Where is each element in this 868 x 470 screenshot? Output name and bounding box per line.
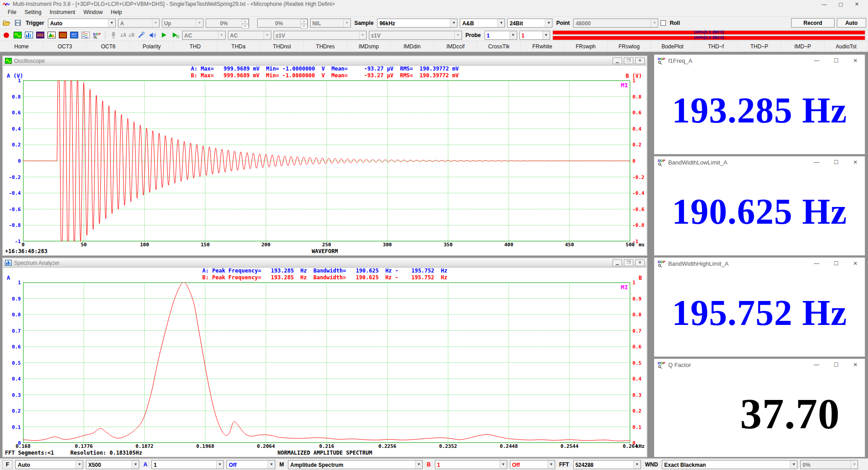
open-file-icon[interactable] [2,19,11,27]
fft-size-select[interactable]: 524288▼ [573,460,641,469]
b-ref-select[interactable]: Off▼ [510,460,555,469]
ddp-titlebar[interactable]: DDP Q Factor — ☐ ✕ [654,359,865,371]
restore-button[interactable]: ❐ [624,57,633,64]
x-tick: 0.216 [319,443,334,449]
maximize-button[interactable]: ☐ [834,260,839,267]
x-tick: 0.2448 [500,443,518,449]
run-loop-button[interactable] [171,31,180,39]
tab-oct6[interactable]: OCT6 [87,41,130,52]
minimize-button[interactable]: ▁ [613,57,622,64]
tab-imdsmp[interactable]: IMDsmp [347,41,391,52]
tab-oct3[interactable]: OCT3 [43,41,87,52]
minimize-button[interactable]: — [814,159,819,165]
maximize-button[interactable]: ☐ [834,57,839,64]
close-button[interactable]: ✕ [853,159,858,165]
analysis-settings-bar: F Auto▼ X500▼ A 1▼ Off▼ M Amplitude Spec… [0,458,868,470]
tab-frswph[interactable]: FRswph [564,41,608,52]
minimize-button[interactable]: ▁ [613,259,622,266]
zoom-select[interactable]: X500▼ [86,460,139,469]
a-gain-select[interactable]: 1▼ [151,460,224,469]
minimize-button[interactable]: — [814,260,819,267]
speaker-icon[interactable] [148,31,157,39]
panel-setting-tabs: HomeOCT3OCT6PolarityTHDTHDaTHDnslTHDresI… [0,41,868,52]
b-gain-select[interactable]: 1▼ [435,460,507,469]
close-button[interactable]: ✕ [635,259,645,266]
ddp-viewer-button[interactable]: DDP [92,31,101,39]
minimize-button[interactable]: — [814,57,819,64]
analysis-mode-select[interactable]: Amplitude Spectrum▼ [288,460,423,469]
sampling-rate-select[interactable]: 96kHz▼ [377,19,458,28]
roll-checkbox[interactable] [660,20,666,26]
probe-b-select[interactable]: 1▼ [519,31,550,40]
a-ref-select[interactable]: Off▼ [226,460,275,469]
data-logger-button[interactable] [58,31,67,39]
probe-a-select[interactable]: 1▼ [485,31,517,40]
tab-home[interactable]: Home [0,41,43,52]
sampling-bits-select[interactable]: 24Bit▼ [507,19,552,28]
close-button[interactable]: ✕ [853,260,858,267]
menu-help[interactable]: Help [107,9,126,16]
oscilloscope-titlebar[interactable]: Oscilloscope ▁ ❐ ✕ [3,56,646,66]
oscilloscope-button[interactable] [13,31,22,39]
tab-thda[interactable]: THDa [217,41,260,52]
tab-frwhite[interactable]: FRwhite [521,41,564,52]
window-close-button[interactable]: ✕ [855,1,859,7]
record-dot-icon[interactable] [2,31,11,39]
device-test-plan-button[interactable]: DUT [70,31,79,39]
waveform-canvas[interactable]: MI [23,80,630,241]
ddp-titlebar[interactable]: DDP BandWidthLowLimit_A — ☐ ✕ [654,156,865,168]
auto-button[interactable]: Auto [837,18,866,28]
close-button[interactable]: ✕ [853,362,858,368]
trigger-marker-b-icon[interactable]: ⊥B [128,32,134,38]
window-minimize-button[interactable]: — [821,1,826,7]
spectrum-analyzer-button[interactable] [24,31,33,39]
microphone-icon[interactable] [109,31,118,39]
sweep-mode-select[interactable]: Auto▼ [15,460,83,469]
tab-crosstlk[interactable]: CrossTlk [477,41,521,52]
multimeter-button[interactable]: 888 [36,31,45,39]
maximize-button[interactable]: ☐ [834,159,839,165]
tab-frswlog[interactable]: FRswlog [608,41,651,52]
tab-imddin[interactable]: IMDdin [391,41,434,52]
close-button[interactable]: ✕ [635,57,645,64]
probe-calibration-icon[interactable] [137,31,146,39]
menu-setting[interactable]: Setting [20,9,45,16]
restore-button[interactable]: ❐ [624,259,633,266]
maximize-button[interactable]: ☐ [834,362,839,368]
close-button[interactable]: ✕ [853,57,858,64]
tab-imdp[interactable]: IMD~P [781,41,825,52]
menu-instrument[interactable]: Instrument [46,9,80,16]
oscilloscope-plot[interactable]: 10.80.60.40.20-0.2-0.4-0.6-0.8-1 10.80.6… [3,79,646,255]
ddp-titlebar[interactable]: DDP BandWidthHighLimit_A — ☐ ✕ [654,258,865,269]
tab-imdccif[interactable]: IMDccif [434,41,477,52]
record-button[interactable]: Record [791,18,834,28]
tab-thdf[interactable]: THD~f [694,41,738,52]
spectrum-plot[interactable]: 10.90.80.70.60.50.40.30.20.10 10.90.80.7… [3,281,646,456]
derived-data-curve-button[interactable] [81,31,90,39]
window-function-select[interactable]: Exact Blackman▼ [662,460,797,469]
tab-thdp[interactable]: THD~P [738,41,781,52]
oscilloscope-stats: A: Max= 999.9689 mV Min= -1.0000000 V Me… [3,66,646,79]
tab-bodeplot[interactable]: BodePlot [651,41,694,52]
run-button[interactable] [160,31,169,39]
menu-file[interactable]: File [4,9,20,16]
trigger-marker-a-icon[interactable]: ⊥A [120,32,126,38]
sampling-channels-select[interactable]: A&B▼ [460,19,505,28]
tab-thdres[interactable]: THDres [304,41,347,52]
menu-window[interactable]: Window [79,9,107,16]
tab-thdnsl[interactable]: THDnsl [260,41,304,52]
spectrum-titlebar[interactable]: Spectrum Analyzer ▁ ❐ ✕ [3,258,646,268]
tab-audiotst[interactable]: AudioTst [825,41,868,52]
spectrum-canvas[interactable]: MI [23,282,630,443]
tab-polarity[interactable]: Polarity [130,41,174,52]
ddp-value: 193.285 Hz [654,66,865,154]
save-file-icon[interactable] [13,19,22,27]
spectrum-3d-plot-button[interactable] [47,31,56,39]
tab-thd[interactable]: THD [174,41,217,52]
ddp-titlebar[interactable]: DDP f1Freq_A — ☐ ✕ [654,55,865,66]
minimize-button[interactable]: — [814,362,819,368]
y-tick: 0.1 [632,424,642,430]
y-tick: 0.9 [12,296,21,301]
window-maximize-button[interactable]: ▢ [838,1,843,7]
trigger-mode-select[interactable]: Auto▼ [48,19,116,28]
